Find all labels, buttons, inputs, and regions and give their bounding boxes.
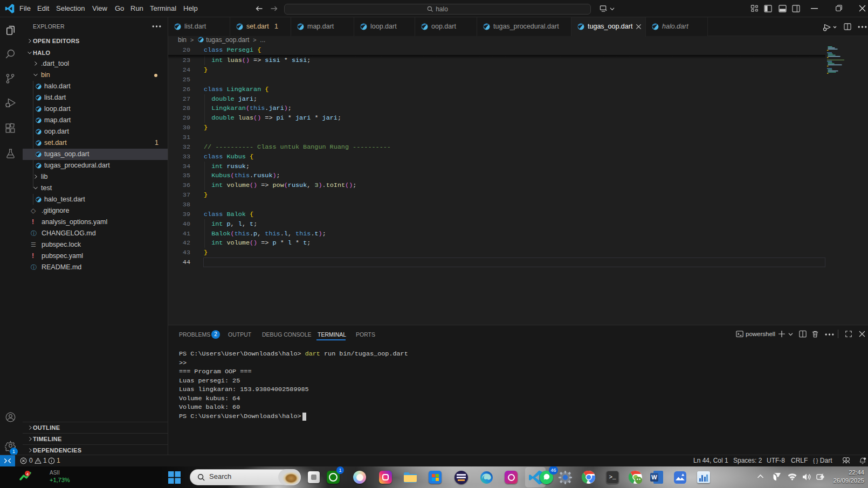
svg-text:4: 4 xyxy=(26,472,29,477)
